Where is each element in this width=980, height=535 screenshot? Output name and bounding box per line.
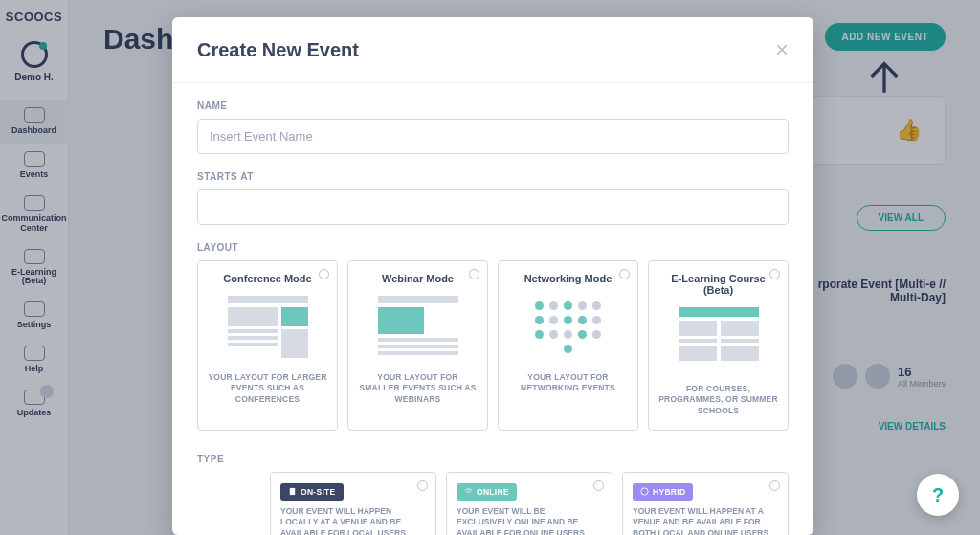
svg-rect-0 — [290, 488, 295, 495]
radio-icon — [769, 269, 780, 279]
layout-elearning[interactable]: E-Learning Course (Beta) FOR COURSES, PR… — [648, 260, 789, 431]
globe-icon — [640, 487, 649, 496]
networking-thumb-icon — [528, 296, 609, 359]
layout-desc: YOUR LAYOUT FOR NETWORKING EVENTS — [508, 372, 628, 394]
layout-title: Conference Mode — [208, 273, 327, 284]
radio-icon — [469, 269, 479, 279]
layout-networking[interactable]: Networking Mode YOUR LAYOUT FOR NETWORKI… — [498, 260, 638, 431]
svg-point-1 — [641, 488, 648, 495]
layout-title: E-Learning Course (Beta) — [658, 273, 778, 296]
hybrid-pill: HYBRID — [633, 483, 693, 501]
layout-title: Networking Mode — [508, 273, 628, 284]
type-desc: YOUR EVENT WILL BE EXCLUSIVELY ONLINE AN… — [457, 506, 602, 535]
modal-body: NAME STARTS AT LAYOUT Conference Mode YO… — [172, 83, 813, 535]
online-pill: ONLINE — [457, 483, 517, 501]
type-desc: YOUR EVENT WILL HAPPEN AT A VENUE AND BE… — [633, 506, 778, 535]
modal-title: Create New Event — [197, 39, 359, 61]
type-desc: YOUR EVENT WILL HAPPEN LOCALLY AT A VENU… — [280, 506, 426, 535]
close-icon[interactable]: × — [775, 36, 789, 63]
building-icon — [288, 487, 297, 496]
radio-icon — [769, 480, 780, 491]
help-fab-button[interactable]: ? — [917, 474, 959, 516]
layout-conference[interactable]: Conference Mode YOUR LAYOUT FOR LARGER E… — [197, 260, 338, 431]
layout-desc: YOUR LAYOUT FOR SMALLER EVENTS SUCH AS W… — [358, 372, 478, 405]
create-event-modal: Create New Event × NAME STARTS AT LAYOUT… — [172, 17, 813, 535]
layout-label: LAYOUT — [197, 242, 789, 253]
radio-icon — [619, 269, 630, 279]
layout-desc: FOR COURSES, PROGRAMMES, OR SUMMER SCHOO… — [658, 384, 778, 416]
radio-icon — [319, 269, 329, 279]
radio-icon — [593, 480, 604, 491]
layout-title: Webinar Mode — [358, 273, 478, 284]
name-label: NAME — [197, 100, 789, 111]
starts-at-input[interactable] — [197, 189, 789, 225]
webinar-thumb-icon — [378, 296, 458, 359]
wifi-icon — [464, 487, 473, 496]
starts-at-label: STARTS AT — [197, 171, 789, 182]
type-hybrid[interactable]: HYBRID YOUR EVENT WILL HAPPEN AT A VENUE… — [622, 472, 789, 535]
type-label: TYPE — [197, 454, 789, 464]
type-onsite[interactable]: ON-SITE YOUR EVENT WILL HAPPEN LOCALLY A… — [270, 472, 436, 535]
layout-options: Conference Mode YOUR LAYOUT FOR LARGER E… — [197, 260, 789, 431]
onsite-pill: ON-SITE — [280, 483, 344, 501]
layout-webinar[interactable]: Webinar Mode YOUR LAYOUT FOR SMALLER EVE… — [347, 260, 488, 431]
conference-thumb-icon — [228, 296, 308, 359]
layout-desc: YOUR LAYOUT FOR LARGER EVENTS SUCH AS CO… — [208, 372, 327, 405]
type-options: ON-SITE YOUR EVENT WILL HAPPEN LOCALLY A… — [197, 472, 789, 535]
modal-header: Create New Event × — [172, 17, 813, 83]
type-online[interactable]: ONLINE YOUR EVENT WILL BE EXCLUSIVELY ON… — [446, 472, 612, 535]
radio-icon — [417, 480, 428, 491]
elearning-thumb-icon — [679, 307, 759, 370]
event-name-input[interactable] — [197, 119, 789, 154]
